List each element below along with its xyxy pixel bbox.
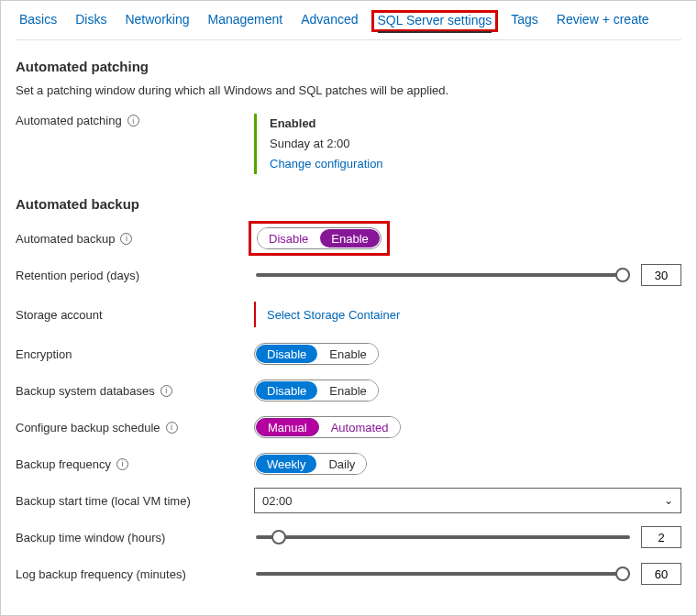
- page-root: Basics Disks Networking Management Advan…: [0, 0, 697, 616]
- automated-backup-disable[interactable]: Disable: [258, 228, 319, 248]
- encryption-label: Encryption: [16, 347, 72, 361]
- log-backup-frequency-value[interactable]: [641, 563, 681, 585]
- automated-patching-label: Automated patching: [16, 114, 122, 127]
- encryption-enable[interactable]: Enable: [318, 344, 377, 364]
- log-backup-frequency-label: Log backup frequency (minutes): [16, 567, 186, 581]
- info-icon[interactable]: i: [120, 233, 132, 245]
- tab-management[interactable]: Management: [208, 12, 283, 30]
- automated-backup-enable[interactable]: Enable: [320, 229, 379, 248]
- tab-bar: Basics Disks Networking Management Advan…: [16, 1, 681, 40]
- select-storage-container-link[interactable]: Select Storage Container: [267, 308, 400, 322]
- log-backup-frequency-slider[interactable]: [256, 572, 630, 576]
- backup-time-window-label: Backup time window (hours): [16, 531, 165, 544]
- automated-patching-status-box: Enabled Sunday at 2:00 Change configurat…: [254, 114, 383, 174]
- chevron-down-icon: ⌄: [664, 494, 673, 507]
- backup-frequency-toggle[interactable]: Weekly Daily: [254, 453, 367, 475]
- backup-start-time-label: Backup start time (local VM time): [16, 494, 191, 508]
- tab-disks[interactable]: Disks: [75, 12, 106, 30]
- tab-review-create[interactable]: Review + create: [557, 12, 649, 30]
- automated-patching-heading: Automated patching: [16, 59, 681, 74]
- retention-period-label: Retention period (days): [16, 269, 139, 282]
- tab-tags[interactable]: Tags: [511, 12, 538, 30]
- storage-required-indicator: Select Storage Container: [254, 302, 400, 327]
- tab-sql-server-settings[interactable]: SQL Server settings: [378, 13, 492, 33]
- info-icon[interactable]: i: [127, 115, 139, 126]
- retention-value[interactable]: [641, 264, 681, 286]
- backup-time-window-value[interactable]: [641, 526, 681, 548]
- automated-backup-toggle[interactable]: Disable Enable: [257, 227, 382, 249]
- tab-advanced[interactable]: Advanced: [301, 12, 358, 30]
- patching-status: Enabled: [270, 114, 383, 134]
- backup-time-window-slider[interactable]: [256, 535, 630, 539]
- backup-start-time-select[interactable]: 02:00 ⌄: [254, 488, 681, 513]
- backup-frequency-daily[interactable]: Daily: [317, 454, 366, 474]
- automated-backup-heading: Automated backup: [16, 196, 681, 212]
- configure-backup-schedule-label: Configure backup schedule: [16, 421, 160, 434]
- backup-system-db-disable[interactable]: Disable: [256, 381, 317, 400]
- encryption-toggle[interactable]: Disable Enable: [254, 343, 379, 365]
- backup-start-time-value: 02:00: [262, 494, 293, 508]
- highlighted-tab-box: SQL Server settings: [371, 10, 499, 32]
- info-icon[interactable]: i: [116, 458, 128, 470]
- highlighted-enable-box: Disable Enable: [249, 221, 390, 256]
- automated-patching-description: Set a patching window during which all W…: [16, 83, 681, 97]
- info-icon[interactable]: i: [160, 385, 172, 397]
- backup-schedule-toggle[interactable]: Manual Automated: [254, 416, 401, 438]
- tab-basics[interactable]: Basics: [19, 12, 57, 30]
- automated-backup-label: Automated backup: [16, 232, 115, 246]
- storage-account-label: Storage account: [16, 308, 103, 322]
- tab-networking[interactable]: Networking: [125, 12, 189, 30]
- encryption-disable[interactable]: Disable: [256, 345, 317, 363]
- retention-slider[interactable]: [256, 273, 630, 277]
- backup-schedule-automated[interactable]: Automated: [320, 417, 400, 437]
- backup-system-db-label: Backup system databases: [16, 384, 155, 398]
- backup-system-db-toggle[interactable]: Disable Enable: [254, 380, 379, 402]
- backup-frequency-label: Backup frequency: [16, 457, 111, 471]
- patching-schedule: Sunday at 2:00: [270, 134, 383, 154]
- change-configuration-link[interactable]: Change configuration: [270, 154, 383, 174]
- backup-system-db-enable[interactable]: Enable: [318, 380, 377, 401]
- info-icon[interactable]: i: [166, 422, 178, 434]
- backup-frequency-weekly[interactable]: Weekly: [256, 455, 316, 473]
- backup-schedule-manual[interactable]: Manual: [256, 418, 319, 436]
